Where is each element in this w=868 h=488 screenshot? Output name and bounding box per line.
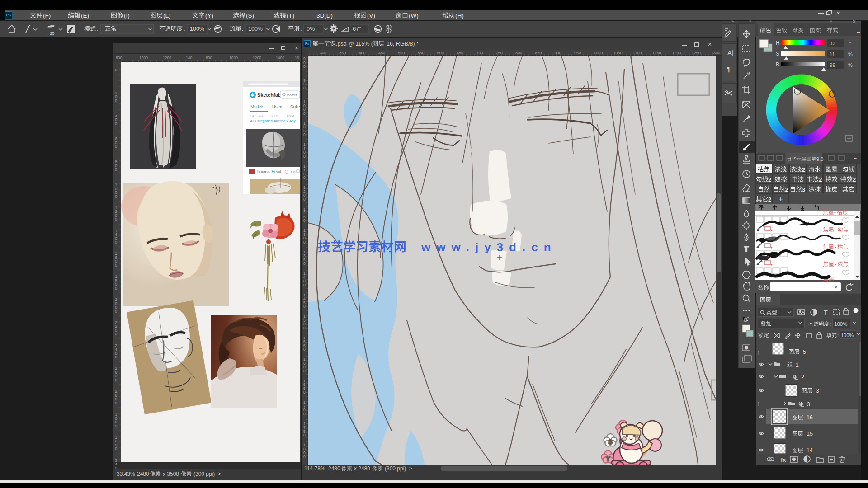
svg-text:=: = bbox=[857, 28, 860, 35]
svg-text:0: 0 bbox=[115, 309, 117, 314]
svg-text:3: 3 bbox=[802, 186, 805, 193]
svg-text:750: 750 bbox=[496, 51, 503, 55]
svg-text:0: 0 bbox=[303, 261, 306, 266]
svg-text:0: 0 bbox=[115, 239, 117, 244]
svg-text:800: 800 bbox=[206, 56, 212, 60]
svg-text:H: H bbox=[776, 40, 780, 46]
svg-text:=: = bbox=[854, 156, 857, 162]
svg-text:»: » bbox=[731, 19, 734, 23]
svg-text:2: 2 bbox=[785, 186, 788, 193]
svg-text:=: = bbox=[854, 297, 858, 304]
svg-text:140: 140 bbox=[186, 56, 192, 60]
svg-text:0: 0 bbox=[115, 446, 117, 451]
svg-text:800: 800 bbox=[116, 56, 122, 60]
svg-text:1000: 1000 bbox=[594, 51, 603, 55]
svg-text:(V): (V) bbox=[367, 12, 375, 19]
svg-text:2480: 2480 bbox=[328, 465, 340, 472]
svg-text:0: 0 bbox=[303, 455, 306, 459]
svg-text:x 2480: x 2480 bbox=[354, 465, 370, 472]
svg-text:×: × bbox=[853, 19, 856, 25]
svg-text:T: T bbox=[744, 245, 749, 253]
svg-text:0: 0 bbox=[303, 111, 306, 116]
svg-text:650: 650 bbox=[457, 51, 463, 55]
svg-text:0: 0 bbox=[303, 283, 306, 287]
svg-text:2: 2 bbox=[768, 176, 771, 183]
svg-text:2: 2 bbox=[819, 176, 822, 183]
svg-text:9.0: 9.0 bbox=[816, 156, 823, 162]
svg-text::: : bbox=[837, 333, 839, 338]
svg-text:0: 0 bbox=[303, 240, 306, 244]
svg-text:S: S bbox=[776, 51, 779, 57]
svg-text:(W): (W) bbox=[409, 12, 419, 19]
svg-text:¶: ¶ bbox=[727, 65, 731, 73]
svg-text:0: 0 bbox=[303, 433, 306, 437]
svg-text:×: × bbox=[834, 284, 838, 291]
svg-text:0: 0 bbox=[115, 194, 117, 199]
svg-text:2: 2 bbox=[801, 374, 804, 380]
svg-text:100%: 100% bbox=[841, 333, 854, 338]
svg-text:0: 0 bbox=[303, 86, 306, 90]
svg-text:0: 0 bbox=[303, 132, 306, 137]
svg-text:3: 3 bbox=[807, 401, 810, 408]
svg-text:450: 450 bbox=[378, 51, 385, 55]
svg-text:0: 0 bbox=[115, 144, 117, 149]
svg-text:300: 300 bbox=[320, 51, 326, 55]
svg-text:2: 2 bbox=[768, 196, 771, 203]
svg-text:0: 0 bbox=[303, 64, 306, 69]
svg-text:-: - bbox=[835, 244, 836, 250]
svg-text:600: 600 bbox=[437, 51, 444, 55]
svg-text:0: 0 bbox=[303, 175, 306, 180]
svg-text:0: 0 bbox=[115, 331, 117, 336]
svg-text:%: % bbox=[848, 52, 853, 57]
svg-text:11: 11 bbox=[830, 52, 835, 57]
svg-text:0: 0 bbox=[115, 354, 117, 359]
svg-text:«: « bbox=[830, 19, 832, 23]
svg-text:1400: 1400 bbox=[276, 56, 284, 60]
svg-text:0: 0 bbox=[115, 377, 117, 382]
svg-text:1050: 1050 bbox=[613, 51, 623, 55]
svg-text:1000: 1000 bbox=[229, 56, 238, 60]
svg-text:5: 5 bbox=[803, 349, 806, 355]
svg-text:www.jy3d.cn: www.jy3d.cn bbox=[421, 240, 557, 254]
svg-text:(300 ppi): (300 ppi) bbox=[385, 465, 406, 472]
svg-text:25: 25 bbox=[50, 31, 55, 36]
svg-text:400: 400 bbox=[359, 51, 366, 55]
svg-text:100%: 100% bbox=[248, 26, 263, 32]
svg-text:0: 0 bbox=[115, 216, 117, 221]
svg-text:700: 700 bbox=[476, 51, 483, 55]
svg-text:0: 0 bbox=[115, 263, 117, 267]
svg-text::: : bbox=[184, 25, 185, 32]
svg-text:1300: 1300 bbox=[711, 51, 720, 55]
svg-text:99: 99 bbox=[830, 62, 835, 68]
svg-text:»: » bbox=[749, 19, 751, 23]
svg-text:0: 0 bbox=[303, 304, 306, 309]
svg-text:0: 0 bbox=[303, 412, 306, 416]
svg-text:33: 33 bbox=[830, 41, 835, 46]
svg-text:100%: 100% bbox=[190, 26, 204, 32]
svg-text:3D(D): 3D(D) bbox=[316, 12, 333, 19]
svg-text:fx: fx bbox=[781, 456, 786, 463]
svg-text:(S): (S) bbox=[246, 12, 254, 19]
svg-text:0: 0 bbox=[115, 98, 117, 103]
svg-text:1150: 1150 bbox=[652, 51, 661, 55]
svg-text:>: > bbox=[409, 465, 412, 472]
svg-text:T: T bbox=[824, 309, 828, 316]
svg-text:16: 16 bbox=[807, 414, 813, 421]
svg-text:15: 15 bbox=[807, 431, 813, 437]
svg-text:(L): (L) bbox=[163, 12, 171, 19]
svg-text:(I): (I) bbox=[124, 12, 130, 19]
svg-text::: : bbox=[769, 332, 771, 338]
svg-text:0: 0 bbox=[303, 369, 306, 373]
svg-text:0: 0 bbox=[115, 286, 117, 291]
svg-text::: : bbox=[300, 25, 302, 32]
svg-text:(H): (H) bbox=[455, 12, 464, 19]
svg-text:950: 950 bbox=[574, 51, 581, 55]
svg-text:-67°: -67° bbox=[351, 26, 361, 32]
svg-text:°: ° bbox=[849, 41, 851, 46]
svg-text:2: 2 bbox=[853, 176, 856, 183]
svg-text:1200: 1200 bbox=[672, 51, 681, 55]
svg-text:0: 0 bbox=[115, 400, 117, 405]
svg-text::: : bbox=[830, 321, 831, 327]
svg-text:(Y): (Y) bbox=[205, 12, 213, 19]
svg-text:0%: 0% bbox=[307, 26, 315, 32]
